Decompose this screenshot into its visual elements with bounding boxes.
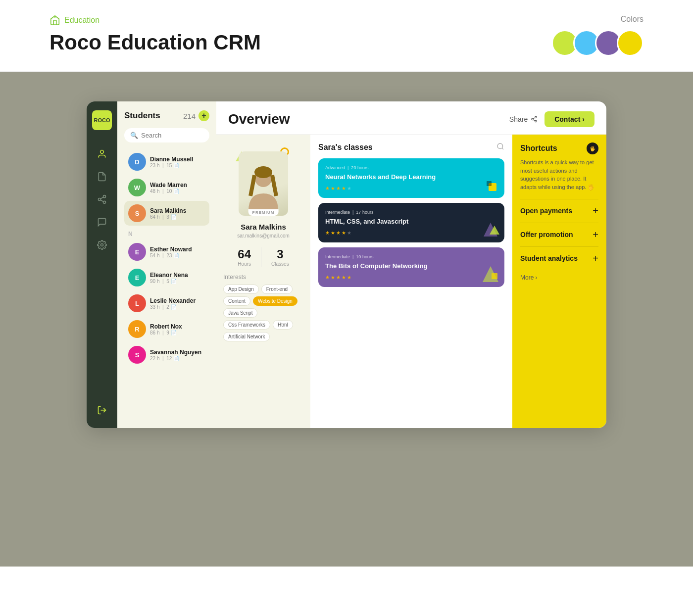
student-item-leslie[interactable]: L Leslie Nexander 33 h | 2 📄 (124, 291, 209, 316)
avatar-eleanor: E (128, 269, 146, 286)
student-meta-robert: 86 h | 9 📄 (150, 330, 205, 335)
app-shell: ROCO (87, 101, 606, 428)
class-meta-neural: Advanced | 20 hours (325, 165, 497, 170)
section-letter-n: N (128, 231, 209, 237)
header-actions: Share Contact › (509, 111, 594, 127)
student-meta-sara: 64 h | 3 📄 (150, 214, 205, 220)
shortcut-plus-payments[interactable]: + (593, 205, 598, 217)
students-header: Students 214 + (124, 110, 209, 121)
svg-point-3 (99, 198, 101, 201)
shortcuts-panel: Shortcuts 🖐 Shortcuts is a quick way to … (512, 135, 606, 428)
sidebar-item-share[interactable] (93, 190, 111, 208)
profile-email: sar.malkins@gmail.com (237, 233, 290, 238)
shortcuts-title: Shortcuts (520, 144, 557, 153)
share-button[interactable]: Share (509, 115, 538, 123)
contact-button[interactable]: Contact › (544, 111, 594, 127)
avatar-wade: W (128, 179, 146, 196)
sidebar-item-documents[interactable] (93, 168, 111, 186)
svg-line-17 (502, 148, 503, 149)
canvas: ROCO (0, 72, 693, 567)
svg-point-15 (254, 166, 272, 178)
header-right: Colors (551, 15, 644, 56)
student-meta-dianne: 23 h | 15 📄 (150, 163, 205, 168)
avatar-sara: S (128, 204, 146, 222)
student-item-savannah[interactable]: S Savannah Nguyen 22 h | 12 📄 (124, 342, 209, 367)
tags-wrap: App Design Front-end Content Website Des… (223, 284, 303, 341)
tag-content: Content (223, 296, 250, 306)
overview-header: Overview Share Contact › (216, 101, 606, 135)
student-item-robert[interactable]: R Robert Nox 86 h | 9 📄 (124, 317, 209, 341)
avatar-dianne: D (128, 153, 146, 171)
profile-section: PREMIUM Sara Malkins sar.malkins@gmail.c… (216, 135, 310, 428)
class-card-htmlcss[interactable]: Intermediate | 17 hours HTML, CSS, and J… (318, 203, 504, 242)
sidebar-item-chat[interactable] (93, 213, 111, 231)
classes-section: Sara's classes Advanced | 20 hours Neura… (310, 135, 512, 428)
content-area: PREMIUM Sara Malkins sar.malkins@gmail.c… (216, 135, 606, 428)
color-swatch-yellow (617, 30, 644, 56)
class-deco-neural (484, 178, 499, 194)
logout-button[interactable] (93, 401, 111, 419)
profile-photo-wrap: PREMIUM (234, 146, 293, 216)
student-item-sara[interactable]: S Sara Malkins 64 h | 3 📄 (124, 201, 209, 226)
colors-label: Colors (551, 15, 644, 24)
class-name-htmlcss: HTML, CSS, and Javascript (325, 218, 437, 226)
search-icon: 🔍 (130, 132, 138, 139)
classes-search-icon[interactable] (496, 142, 504, 152)
main-title: Roco Education CRM (50, 31, 261, 54)
logo-box: ROCO (92, 110, 112, 130)
stat-hours-label: Hours (238, 261, 251, 267)
education-icon (50, 15, 60, 26)
tag-javascript: Java Script (223, 308, 257, 318)
student-item-wade[interactable]: W Wade Marren 48 h | 10 📄 (124, 175, 209, 200)
class-name-networking: The Bits of Computer Networking (325, 262, 437, 271)
main-content: Overview Share Contact › (216, 101, 606, 428)
shortcuts-more-link[interactable]: More › (520, 274, 598, 281)
search-box[interactable]: 🔍 (124, 128, 209, 142)
shortcut-student-analytics[interactable]: Student analytics + (520, 246, 598, 270)
color-swatches (551, 30, 644, 56)
sidebar-item-settings[interactable] (93, 236, 111, 254)
student-item-dianne[interactable]: D Dianne Mussell 23 h | 15 📄 (124, 149, 209, 174)
student-item-eleanor[interactable]: E Eleanor Nena 90 h | 5 📄 (124, 265, 209, 290)
students-title: Students (124, 111, 160, 121)
tag-frontend: Front-end (261, 284, 293, 294)
search-input[interactable] (141, 132, 203, 139)
stats-row: 64 Hours 3 Classes (238, 247, 289, 267)
class-card-neural[interactable]: Advanced | 20 hours Neural Networks and … (318, 158, 504, 198)
svg-rect-23 (492, 273, 497, 279)
avatar-savannah: S (128, 346, 146, 364)
shortcuts-description: Shortcuts is a quick way to get most use… (520, 158, 598, 191)
class-stars-htmlcss: ★★★★★ (325, 230, 497, 236)
student-name-dianne: Dianne Mussell (150, 156, 205, 163)
profile-name: Sara Malkins (241, 223, 286, 231)
stat-divider (261, 247, 261, 267)
student-meta-savannah: 22 h | 12 📄 (150, 356, 205, 361)
tag-artificial-network: Artificial Network (223, 332, 270, 341)
sidebar-item-students[interactable] (93, 145, 111, 163)
tag-app-design: App Design (223, 284, 259, 294)
class-stars-networking: ★★★★★ (325, 275, 497, 280)
shortcuts-icon: 🖐 (587, 142, 598, 154)
shortcut-offer-promotion[interactable]: Offer promotion + (520, 223, 598, 246)
shortcut-plus-promotion[interactable]: + (593, 229, 598, 240)
svg-line-12 (533, 120, 535, 121)
shortcut-open-payments[interactable]: Open payments + (520, 199, 598, 223)
add-student-button[interactable]: + (198, 110, 209, 121)
brand-label: Education (50, 15, 261, 26)
shortcut-plus-analytics[interactable]: + (593, 253, 598, 264)
student-name-leslie: Leslie Nexander (150, 297, 205, 304)
header-left: Education Roco Education CRM (50, 15, 261, 54)
class-card-networking[interactable]: Intermediate | 10 hours The Bits of Comp… (318, 247, 504, 287)
sidebar-nav: ROCO (87, 101, 117, 428)
tag-website-design: Website Design (253, 296, 297, 306)
shortcut-label-promotion: Offer promotion (520, 231, 573, 239)
class-deco-htmlcss (482, 221, 499, 238)
student-meta-wade: 48 h | 10 📄 (150, 189, 205, 194)
student-name-esther: Esther Noward (150, 246, 205, 253)
student-item-esther[interactable]: E Esther Noward 54 h | 23 📄 (124, 239, 209, 264)
top-header: Education Roco Education CRM Colors (0, 0, 693, 72)
student-name-sara: Sara Malkins (150, 207, 205, 214)
svg-line-6 (100, 197, 103, 198)
stat-hours-value: 64 (238, 247, 251, 261)
svg-point-11 (535, 120, 537, 122)
